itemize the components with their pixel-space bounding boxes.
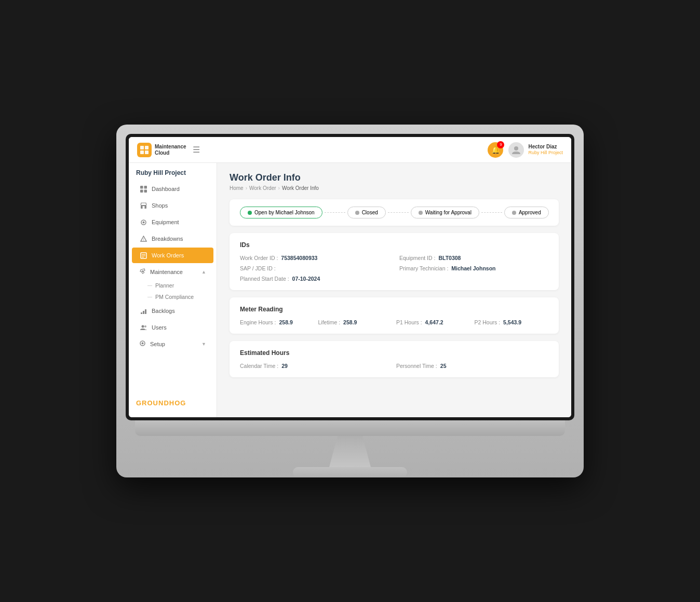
sidebar-item-users[interactable]: Users	[132, 320, 213, 335]
sidebar: Ruby Hill Project Dashboard	[129, 163, 217, 417]
svg-rect-8	[144, 189, 147, 193]
meter-field-p2-hours: P2 Hours : 5,543.9	[475, 319, 549, 325]
sidebar-item-equipment[interactable]: Equipment	[132, 214, 213, 230]
status-step-waiting[interactable]: Waiting for Approval	[411, 207, 479, 218]
breadcrumb-work-order[interactable]: Work Order	[249, 185, 276, 191]
status-connector-3	[481, 212, 502, 213]
svg-rect-2	[140, 150, 144, 154]
sidebar-item-breakdowns[interactable]: ! Breakdowns	[132, 231, 213, 247]
svg-rect-1	[145, 146, 149, 149]
app-logo-icon	[137, 143, 152, 157]
users-icon	[139, 323, 147, 332]
sidebar-item-setup-label: Setup	[150, 341, 165, 347]
estimated-label-calendar-time: Calendar Time :	[240, 363, 278, 369]
sidebar-item-maintenance[interactable]: Maintenance ▲	[132, 264, 213, 279]
status-pill-approved[interactable]: Approved	[504, 207, 549, 218]
ids-label-primary-technician: Primary Technician :	[399, 265, 448, 271]
svg-rect-5	[140, 186, 143, 189]
estimated-field-personnel-time: Personnel Time : 25	[396, 363, 548, 369]
sidebar-item-backlogs-label: Backlogs	[152, 308, 175, 314]
sidebar-item-setup[interactable]: Setup ▼	[132, 336, 213, 351]
app-title: Maintenance Cloud	[155, 144, 186, 156]
ids-grid: Work Order ID : 753854080933 Equipment I…	[240, 255, 548, 282]
svg-point-12	[142, 221, 144, 223]
status-connector-2	[388, 212, 409, 213]
sidebar-item-shops-label: Shops	[152, 202, 168, 209]
meter-field-lifetime: Lifetime : 258.9	[318, 319, 393, 325]
sidebar-item-work-orders-label: Work Orders	[152, 252, 184, 258]
sidebar-sub-pm-compliance[interactable]: PM Compliance	[129, 291, 217, 303]
user-text: Hector Diaz Ruby Hill Project	[528, 143, 563, 156]
dashboard-icon	[139, 185, 147, 193]
brand-footer: GROUNDHOG	[129, 394, 217, 412]
status-step-open[interactable]: Open by Michael Johnson	[240, 207, 322, 218]
meter-value-p1-hours: 4,647.2	[425, 319, 443, 325]
status-step-closed[interactable]: Closed	[347, 207, 386, 218]
svg-rect-7	[140, 189, 143, 193]
chevron-up-icon: ▲	[201, 269, 206, 275]
ids-field-primary-technician: Primary Technician : Michael Johnson	[399, 265, 548, 271]
estimated-value-calendar-time: 29	[281, 363, 288, 369]
status-dot-waiting	[419, 211, 423, 215]
status-label-waiting: Waiting for Approval	[425, 210, 472, 215]
user-menu[interactable]: Hector Diaz Ruby Hill Project	[508, 142, 563, 158]
hamburger-icon[interactable]: ☰	[193, 145, 200, 155]
sidebar-item-shops[interactable]: Shops	[132, 198, 213, 213]
ids-value-work-order-id: 753854080933	[281, 255, 317, 261]
status-dot-closed	[355, 211, 359, 215]
sidebar-item-backlogs[interactable]: Backlogs	[132, 303, 213, 319]
content-area: Work Order Info Home › Work Order › Work…	[217, 163, 571, 417]
svg-text:!: !	[143, 238, 144, 241]
status-connector-1	[325, 212, 345, 213]
notification-button[interactable]: 🔔 9	[488, 142, 503, 158]
sidebar-item-work-orders[interactable]: Work Orders	[132, 248, 213, 263]
meter-label-engine-hours: Engine Hours :	[240, 319, 276, 325]
svg-point-23	[141, 325, 144, 327]
breadcrumb-sep-2: ›	[278, 185, 280, 191]
status-label-open: Open by Michael Johnson	[254, 210, 315, 215]
svg-rect-22	[145, 309, 146, 314]
status-label-approved: Approved	[519, 210, 541, 215]
estimated-field-calendar-time: Calendar Time : 29	[240, 363, 392, 369]
status-pill-open[interactable]: Open by Michael Johnson	[240, 207, 322, 218]
status-dot-approved	[512, 211, 516, 215]
estimated-label-personnel-time: Personnel Time :	[396, 363, 437, 369]
meter-section-title: Meter Reading	[240, 306, 548, 313]
backlogs-icon	[139, 307, 147, 315]
shops-icon	[139, 201, 147, 210]
sidebar-item-dashboard-label: Dashboard	[152, 186, 180, 192]
svg-point-19	[142, 270, 143, 272]
breadcrumb-home[interactable]: Home	[230, 185, 244, 191]
equipment-icon	[139, 218, 147, 226]
sidebar-item-dashboard[interactable]: Dashboard	[132, 181, 213, 197]
meter-label-p2-hours: P2 Hours :	[475, 319, 501, 325]
user-name: Hector Diaz	[528, 143, 563, 150]
svg-rect-6	[144, 186, 147, 189]
user-project: Ruby Hill Project	[528, 150, 563, 156]
svg-rect-21	[143, 311, 144, 314]
breadcrumb-current: Work Order Info	[282, 185, 319, 191]
status-bar: Open by Michael Johnson Closed	[230, 199, 559, 226]
svg-rect-20	[141, 312, 142, 314]
page-title: Work Order Info	[230, 172, 559, 183]
meter-label-p1-hours: P1 Hours :	[396, 319, 422, 325]
ids-label-equipment-id: Equipment ID :	[399, 255, 435, 261]
status-pill-waiting[interactable]: Waiting for Approval	[411, 207, 479, 218]
top-bar-left: Maintenance Cloud ☰	[137, 143, 200, 157]
estimated-section-title: Estimated Hours	[240, 349, 548, 357]
ids-label-work-order-id: Work Order ID :	[240, 255, 278, 261]
sidebar-sub-planner[interactable]: Planner	[129, 280, 217, 291]
avatar	[508, 142, 524, 158]
estimated-section: Estimated Hours Calendar Time : 29 Perso…	[230, 341, 559, 377]
status-pill-closed[interactable]: Closed	[347, 207, 386, 218]
meter-value-lifetime: 258.9	[343, 319, 357, 325]
notification-badge: 9	[497, 141, 504, 148]
breakdowns-icon: !	[139, 235, 147, 243]
status-step-approved[interactable]: Approved	[504, 207, 549, 218]
sidebar-sub-pm-compliance-label: PM Compliance	[155, 294, 194, 300]
svg-rect-3	[145, 150, 149, 154]
ids-field-planned-start-date: Planned Start Date : 07-10-2024	[240, 276, 389, 282]
ids-section: IDs Work Order ID : 753854080933 Equipme…	[230, 233, 559, 290]
svg-point-26	[142, 343, 144, 345]
svg-point-4	[514, 146, 518, 150]
